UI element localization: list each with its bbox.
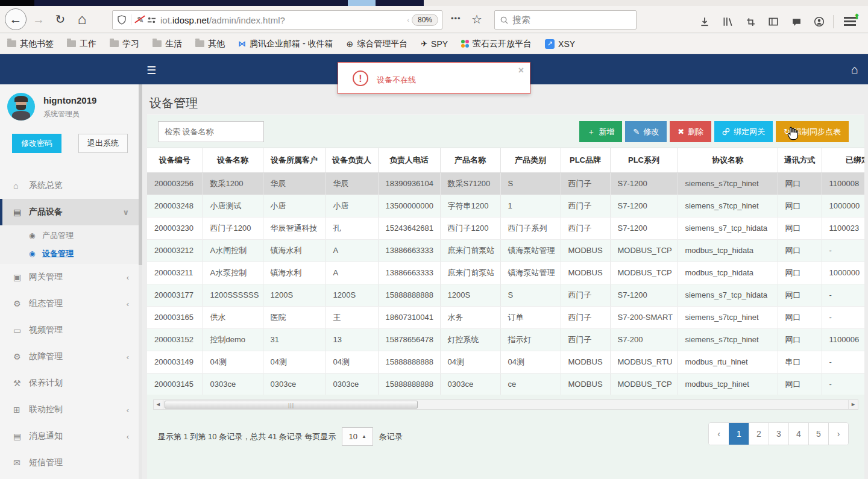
- page-button[interactable]: 5: [808, 423, 828, 445]
- column-header[interactable]: PLC品牌: [561, 148, 610, 172]
- bookmark-item[interactable]: 萤石云开放平台: [461, 39, 532, 49]
- page-actions-icon[interactable]: •••: [451, 14, 461, 23]
- column-header[interactable]: 设备所属客户: [263, 148, 326, 172]
- sidebar-item[interactable]: ⚒保养计划: [0, 370, 139, 396]
- per-page-dropdown[interactable]: 10 ▲: [342, 427, 373, 446]
- bookmark-item[interactable]: ⋈腾讯企业邮箱 - 收件箱: [238, 39, 333, 49]
- screenshot-icon[interactable]: [740, 13, 761, 31]
- url-text[interactable]: iot.idosp.net/admin/index.html?: [160, 15, 404, 25]
- table-cell: 网口: [778, 172, 822, 195]
- column-header[interactable]: 产品名称: [440, 148, 500, 172]
- chat-icon[interactable]: [786, 13, 807, 31]
- account-icon[interactable]: [809, 13, 829, 31]
- column-header[interactable]: 负责人电话: [378, 148, 440, 172]
- back-button[interactable]: ←: [5, 8, 27, 30]
- pencil-icon: ✎: [633, 127, 640, 136]
- table-row[interactable]: 2000031450303ce0303ce0303ce1588888888803…: [147, 373, 864, 395]
- sidebar-subitem-active[interactable]: ◉设备管理: [0, 245, 139, 263]
- library-icon[interactable]: [717, 13, 738, 31]
- column-header[interactable]: 通讯方式: [778, 148, 822, 172]
- url-bar[interactable]: ✎ iot.idosp.net/admin/index.html? ‹ 80%: [112, 10, 442, 30]
- page-prev-button[interactable]: ‹: [709, 423, 729, 445]
- scrollbar-thumb[interactable]: |||: [165, 401, 418, 409]
- page-button[interactable]: 1: [729, 423, 749, 445]
- page-button[interactable]: 3: [769, 423, 788, 445]
- bookmark-star-icon[interactable]: ☆: [471, 12, 482, 27]
- table-row[interactable]: 2000031771200SSSSSS1200S1200S15888888888…: [147, 284, 864, 306]
- table-row[interactable]: 200003212A水闸控制镇海水利A13886663333庶来门前泵站镇海泵站…: [147, 239, 864, 261]
- permissions-icon[interactable]: [146, 14, 157, 25]
- table-row[interactable]: 200003165供水医院王18607310041水务订单西门子S7-200-S…: [147, 306, 864, 328]
- table-cell: 13: [326, 328, 378, 351]
- sidebar-subitem-item[interactable]: ◉产品管理: [0, 227, 139, 245]
- add-button[interactable]: ＋新增: [579, 121, 622, 142]
- menu-icon[interactable]: ⬆: [840, 13, 860, 31]
- shield-icon[interactable]: [116, 14, 127, 25]
- logout-button[interactable]: 退出系统: [78, 134, 128, 153]
- sidebar-item[interactable]: ⚙故障管理‹: [0, 343, 139, 370]
- sidebar-item[interactable]: ✉短信管理: [0, 449, 139, 476]
- column-header[interactable]: 设备名称: [203, 148, 263, 172]
- action-button[interactable]: ✖删除: [670, 121, 711, 142]
- scroll-left-arrow-icon[interactable]: ◄: [154, 400, 163, 409]
- bookmark-item[interactable]: 学习: [110, 39, 139, 49]
- reload-button[interactable]: ↻: [51, 10, 70, 29]
- action-button[interactable]: ✎修改: [625, 121, 667, 142]
- bookmark-label: 生活: [165, 39, 182, 49]
- sidebar-item[interactable]: ▤消息通知‹: [0, 423, 139, 449]
- app-home-icon[interactable]: ⌂: [851, 63, 858, 77]
- table-cell: 15888888888: [378, 284, 440, 306]
- sidebar-item[interactable]: ▣网关管理‹: [0, 264, 139, 290]
- bookmark-item[interactable]: ✈SPY: [421, 39, 448, 49]
- bookmark-item[interactable]: 其他: [195, 39, 225, 49]
- tab-highlight[interactable]: [348, 0, 376, 6]
- home-button[interactable]: ⌂: [72, 10, 92, 29]
- chevron-left-icon: ‹: [127, 432, 129, 441]
- table-row[interactable]: 200003152控制demo311315878656478灯控系统指示灯西门子…: [147, 328, 864, 351]
- action-button[interactable]: 绑定网关: [714, 121, 773, 142]
- column-header[interactable]: 产品类别: [500, 148, 561, 172]
- forward-button[interactable]: →: [29, 10, 48, 29]
- reader-caret-icon: ‹: [407, 16, 409, 23]
- table-row[interactable]: 200003256数采1200华辰华辰18390936104数采S71200S西…: [147, 172, 864, 195]
- downloads-icon[interactable]: [694, 13, 715, 31]
- scroll-right-arrow-icon[interactable]: ►: [848, 400, 858, 409]
- change-password-button[interactable]: 修改密码: [12, 134, 61, 153]
- bookmark-item[interactable]: 其他书签: [7, 39, 54, 49]
- table-row[interactable]: 20000314904测04测04测1588888888804测04测MODBU…: [147, 351, 864, 373]
- gears-icon: ⚙: [13, 352, 29, 362]
- table-cell: 网口: [778, 284, 822, 306]
- sidebar-item[interactable]: ⚙组态管理‹: [0, 290, 139, 317]
- bookmark-item[interactable]: 生活: [153, 39, 182, 49]
- page-next-button[interactable]: ›: [828, 423, 848, 445]
- bookmark-item[interactable]: 工作: [67, 39, 96, 49]
- page-button[interactable]: 2: [749, 423, 769, 445]
- column-header[interactable]: PLC系列: [610, 148, 678, 172]
- sidebar-item[interactable]: ▭视频管理: [0, 317, 139, 343]
- no-edit-icon[interactable]: ✎: [135, 14, 146, 25]
- browser-search-box[interactable]: 搜索: [494, 10, 637, 30]
- sidebar-item[interactable]: ⊞联动控制‹: [0, 396, 139, 423]
- table-cell: 0303ce: [440, 373, 500, 395]
- column-header[interactable]: 已绑定网关: [822, 148, 864, 172]
- zoom-level-badge[interactable]: 80%: [412, 14, 438, 26]
- avatar: [7, 93, 35, 121]
- sidebar-item[interactable]: ▤产品设备∨: [0, 199, 139, 225]
- table-row[interactable]: 200003248小唐测试小唐小唐13500000000字符串12001西门子S…: [147, 195, 864, 217]
- bookmark-item[interactable]: ↗XSY: [545, 39, 575, 49]
- bookmark-item[interactable]: ⊕综合管理平台: [346, 39, 407, 49]
- sidebar-item[interactable]: ⌂系统总览: [0, 172, 139, 199]
- sidebar-collapse-icon[interactable]: ☰: [146, 64, 156, 77]
- alert-close-icon[interactable]: ×: [518, 65, 524, 76]
- device-search-input[interactable]: [158, 121, 264, 142]
- page-button[interactable]: 4: [788, 423, 808, 445]
- horizontal-scrollbar[interactable]: ◄ ► |||: [153, 399, 858, 410]
- table-row[interactable]: 200003211A水泵控制镇海水利A13886663333庶来门前泵站镇海泵站…: [147, 261, 864, 284]
- column-header[interactable]: 设备编号: [147, 148, 203, 172]
- column-header[interactable]: 协议名称: [678, 148, 778, 172]
- browser-tab-strip: [0, 0, 868, 6]
- column-header[interactable]: 设备负责人: [326, 148, 378, 172]
- sidebar-toggle-icon[interactable]: [763, 13, 784, 31]
- active-tab[interactable]: [0, 0, 34, 6]
- table-row[interactable]: 200003230西门子1200华辰智通科技孔15243642681西门子120…: [147, 217, 864, 239]
